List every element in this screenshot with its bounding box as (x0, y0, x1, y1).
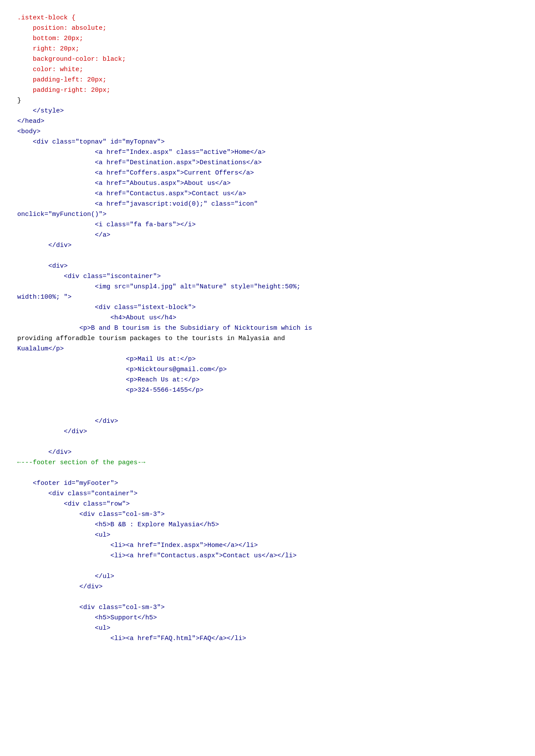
code-line (17, 251, 518, 261)
code-line: <p>B and B tourism is the Subsidiary of … (17, 323, 518, 334)
code-line: <a href="Index.aspx" class="active">Home… (17, 147, 518, 158)
code-token: </div> (17, 428, 87, 435)
code-token: <p>Reach Us at:</p> (17, 376, 200, 384)
code-line (17, 592, 518, 603)
code-line: <a href="javascript:void(0);" class="ico… (17, 199, 518, 209)
code-token: width:100%; "> (17, 294, 72, 301)
code-line (17, 468, 518, 478)
code-token: <h5>Support</h5> (17, 614, 157, 622)
code-token: <li><a href="Contactus.aspx">Contact us<… (17, 552, 297, 559)
code-token: </div> (17, 583, 103, 590)
code-token: </head> (17, 118, 44, 125)
code-line: onclick="myFunction()"> (17, 209, 518, 220)
code-token: <ul> (17, 625, 110, 632)
code-token: right: 20px; (17, 45, 79, 53)
code-line: <i class="fa fa-bars"></i> (17, 220, 518, 230)
code-editor: .istext-block { position: absolute; bott… (17, 13, 518, 644)
code-token: <a href="Destination.aspx">Destinations<… (17, 159, 262, 166)
code-token: <div class="iscontainer"> (17, 273, 161, 280)
code-line: <p>Mail Us at:</p> (17, 354, 518, 365)
code-token: <div class="col-sm-3"> (17, 604, 165, 611)
code-line: <div class="col-sm-3"> (17, 509, 518, 520)
code-line: width:100%; "> (17, 292, 518, 303)
code-token: <p>324-5566-1455</p> (17, 387, 203, 394)
code-line: <div class="container"> (17, 489, 518, 499)
code-token: <img src="unspl4.jpg" alt="Nature" style… (17, 283, 300, 291)
code-token: </div> (17, 418, 118, 425)
code-token: <div class="topnav" id="myTopnav"> (17, 138, 165, 146)
code-token: <li><a href="FAQ.html">FAQ</a></li> (17, 635, 246, 642)
code-line: <a href="Contactus.aspx">Contact us</a> (17, 189, 518, 199)
code-token: <h5>B &B : Explore Malyasia</h5> (17, 521, 219, 528)
code-line: right: 20px; (17, 44, 518, 54)
code-line: </div> (17, 416, 518, 427)
code-token: <ul> (17, 531, 110, 539)
code-line: </a> (17, 230, 518, 241)
code-line: </div> (17, 241, 518, 251)
code-line: <ul> (17, 530, 518, 540)
code-token: <body> (17, 128, 41, 135)
code-line: color: white; (17, 65, 518, 75)
code-line: ←---footer section of the pages-→ (17, 458, 518, 468)
code-token: ←---footer section of the pages-→ (17, 459, 145, 466)
code-token: bottom: 20px; (17, 35, 83, 42)
code-line: .istext-block { (17, 13, 518, 23)
code-line: <body> (17, 127, 518, 137)
code-line: <div> (17, 261, 518, 272)
code-token: </style> (17, 107, 64, 115)
code-token: <a href="Coffers.aspx">Current Offers</a… (17, 169, 254, 177)
code-token: </ul> (17, 573, 114, 580)
code-token: <p>Mail Us at:</p> (17, 356, 196, 363)
code-line: <div class="col-sm-3"> (17, 603, 518, 613)
code-token: <p>B and B tourism is the Subsidiary of … (17, 325, 312, 332)
code-token: providing afforadble tourism packages to… (17, 335, 285, 342)
code-line: <footer id="myFooter"> (17, 478, 518, 489)
code-line: <p>Nicktours@gmail.com</p> (17, 365, 518, 375)
code-line: </div> (17, 447, 518, 458)
code-line: <div class="istext-block"> (17, 303, 518, 313)
code-line: } (17, 96, 518, 106)
code-line: </head> (17, 116, 518, 127)
code-line: <h5>Support</h5> (17, 613, 518, 623)
code-line: </div> (17, 582, 518, 592)
code-line: <li><a href="Contactus.aspx">Contact us<… (17, 551, 518, 561)
code-line: <p>324-5566-1455</p> (17, 385, 518, 396)
code-line: position: absolute; (17, 23, 518, 34)
code-token: </div> (17, 449, 72, 456)
code-line: <ul> (17, 623, 518, 634)
code-token: <p>Nicktours@gmail.com</p> (17, 366, 227, 373)
code-token: <footer id="myFooter"> (17, 480, 118, 487)
code-token: .istext-block { (17, 14, 75, 22)
code-token: <i class="fa fa-bars"></i> (17, 221, 196, 228)
code-line: </div> (17, 427, 518, 437)
code-token: </a> (17, 231, 110, 239)
code-token: position: absolute; (17, 25, 106, 32)
code-token: } (17, 97, 21, 104)
code-line (17, 561, 518, 572)
code-token: <div class="istext-block"> (17, 304, 196, 311)
code-token: background-color: black; (17, 56, 126, 63)
code-token: Kualalum</p> (17, 345, 64, 353)
code-line: padding-left: 20px; (17, 75, 518, 85)
code-line: background-color: black; (17, 54, 518, 65)
code-line: <li><a href="FAQ.html">FAQ</a></li> (17, 634, 518, 644)
code-token: color: white; (17, 66, 83, 73)
code-token: <a href="Index.aspx" class="active">Home… (17, 149, 266, 156)
code-token: <div> (17, 262, 68, 270)
code-token: <a href="Aboutus.aspx">About us</a> (17, 180, 231, 187)
code-line (17, 396, 518, 406)
code-token: <div class="col-sm-3"> (17, 511, 165, 518)
code-token: onclick="myFunction()"> (17, 211, 106, 218)
code-line: providing afforadble tourism packages to… (17, 334, 518, 344)
code-line: <div class="topnav" id="myTopnav"> (17, 137, 518, 147)
code-line: <a href="Destination.aspx">Destinations<… (17, 158, 518, 168)
code-token: <h4>About us</h4> (17, 314, 176, 322)
code-token: <div class="row"> (17, 500, 130, 508)
code-token: padding-left: 20px; (17, 76, 106, 84)
code-line: padding-right: 20px; (17, 85, 518, 96)
code-line: </style> (17, 106, 518, 116)
code-line: <h4>About us</h4> (17, 313, 518, 323)
code-token: padding-right: 20px; (17, 87, 110, 94)
code-token: </div> (17, 242, 72, 249)
code-line: <div class="iscontainer"> (17, 272, 518, 282)
